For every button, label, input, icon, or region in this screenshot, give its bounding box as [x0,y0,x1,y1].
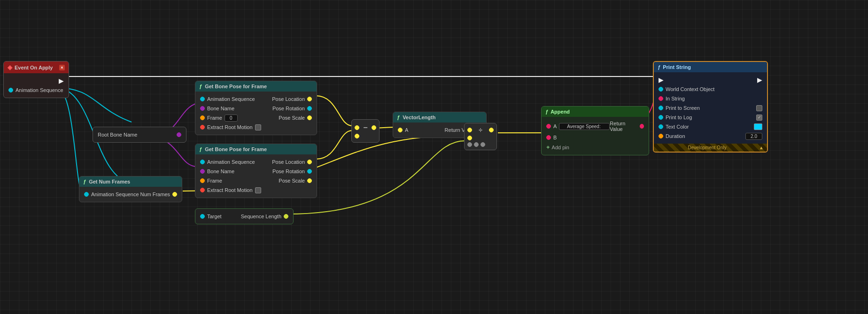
seq-len-out-pin [284,214,288,219]
print-to-log-pin [659,115,663,120]
anim-seq-row: Animation Sequence Num Frames [79,190,182,199]
extract-root-row: Extract Root Motion [195,123,317,132]
frame-input[interactable] [225,115,238,122]
a-text-input[interactable] [559,123,610,130]
seq-len-label: Sequence Length [241,214,281,219]
dev-only-label: Development Only [688,145,726,150]
pose-loc-pin [307,97,312,101]
vector-length-header: ƒ VectorLength [393,112,486,123]
return-out-pin [640,124,644,129]
func-icon: ƒ [199,84,202,89]
print-to-screen-checkbox[interactable] [756,105,762,111]
get-num-frames-header: ƒ Get Num Frames [79,176,182,187]
subtract-symbol: − [363,123,367,132]
text-color-row: Text Color [654,122,767,131]
add-pin-row: + Add pin [542,142,649,152]
anim-seq-row: Animation Sequence [4,85,69,95]
frame-row: Frame Pose Scale [195,113,317,123]
duration-pin [659,134,663,138]
extract-root-pin [200,188,205,192]
node-title: Get Bone Pose for Frame [205,84,267,89]
target-pin [200,214,205,219]
canvas-background [0,0,868,314]
exec-row: ▶ ▶ [654,75,767,84]
root-bone-row: Root Bone Name [93,130,186,139]
a-in-pin [398,128,403,132]
exec-out-row: ▶ [4,76,69,85]
func-icon: ƒ [397,115,400,120]
div-in1 [467,128,472,132]
anim-seq-label: Animation Sequence [91,191,139,197]
divide-row1: ÷ [467,126,494,134]
get-bone-pose-2-node: ƒ Get Bone Pose for Frame Animation Sequ… [195,144,317,198]
exec-in-pin: ▶ [659,76,664,84]
close-button[interactable]: × [59,65,65,70]
duration-label: Duration [666,133,685,139]
div-pin3 [467,142,472,147]
duration-input[interactable] [745,133,762,140]
print-to-log-checkbox[interactable]: ✓ [756,115,762,121]
div-out [489,128,494,132]
pose-scale-pin [307,178,312,183]
pose-scale-pin [307,115,312,120]
in-string-label: In String [666,96,685,101]
div-symbol: ÷ [479,126,482,134]
dev-only-banner: Development Only ▲ [654,144,767,152]
divide-node: ÷ [464,123,497,150]
pose-loc-pin [307,160,312,164]
world-context-row: World Context Object [654,84,767,94]
sub-out-pin [372,125,376,130]
exec-out-pin: ▶ [757,76,762,84]
text-color-label: Text Color [666,124,689,130]
subtract-pin-bot [355,134,376,138]
plus-icon: + [546,144,550,151]
text-color-swatch[interactable] [754,123,762,130]
extract-root-row: Extract Root Motion [195,185,317,195]
print-to-screen-pin [659,106,663,110]
node-title: Get Num Frames [89,179,130,184]
anim-seq-pin [200,97,205,101]
subtract-pin-top: − [355,123,376,132]
func-icon: ƒ [83,179,86,184]
node-title: Get Bone Pose for Frame [205,146,267,152]
b-label: B [553,135,557,140]
frame-pin [200,178,205,183]
func-icon: ƒ [658,64,660,70]
div-pin4 [474,142,479,147]
print-string-title: Print String [663,64,691,70]
get-num-frames-node: ƒ Get Num Frames Animation Sequence Num … [79,176,182,202]
diamond-icon: ◈ [8,64,12,71]
bone-name-row: Bone Name Pose Rotation [195,104,317,113]
sub-in1-pin [355,125,359,130]
print-string-node: ƒ Print String ▶ ▶ World Context Object … [653,61,768,153]
extract-root-pin [200,125,205,130]
append-header: ƒ Append [542,107,649,117]
root-bone-out-pin [177,132,181,137]
bone-name-pin [200,106,205,111]
bone-name-row: Bone Name Pose Rotation [195,167,317,176]
get-bone-pose-2-header: ƒ Get Bone Pose for Frame [195,144,317,154]
divide-row2 [467,136,494,140]
node-title: VectorLength [403,115,435,120]
b-row: B [542,133,649,142]
anim-seq-label: Animation Sequence [16,87,63,93]
extract-root-checkbox[interactable] [255,124,261,130]
world-context-label: World Context Object [666,86,714,92]
a-in-pin [546,124,551,129]
print-to-log-label: Print to Log [666,115,692,120]
in-string-row: In String [654,94,767,103]
div-pin5 [480,142,485,147]
extract-root-checkbox[interactable] [255,187,261,193]
print-to-log-row: Print to Log ✓ [654,113,767,122]
collapse-icon[interactable]: ▲ [759,145,764,150]
num-frames-out-pin [172,192,177,197]
a-row: A Return Value [542,120,649,133]
div-in2 [467,136,472,140]
world-context-pin [659,87,663,92]
in-string-pin [659,96,663,101]
text-color-pin [659,124,663,129]
append-node: ƒ Append A Return Value B + Add pin [541,106,649,155]
exec-out-pin: ▶ [59,77,64,84]
append-title: Append [550,109,570,115]
print-to-screen-label: Print to Screen [666,105,700,111]
